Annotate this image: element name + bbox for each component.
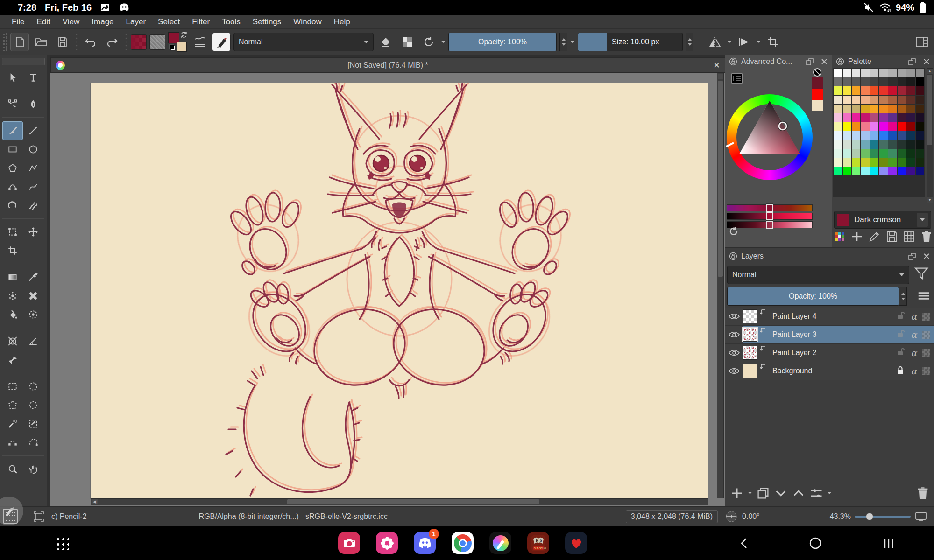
- palette-swatch[interactable]: [898, 96, 906, 104]
- palette-swatch[interactable]: [861, 86, 870, 95]
- palette-swatch[interactable]: [852, 86, 860, 95]
- tool-polygon-select[interactable]: [2, 396, 23, 414]
- tool-freehand-brush[interactable]: [2, 121, 23, 140]
- tool-crop[interactable]: [2, 241, 23, 260]
- palette-swatch[interactable]: [888, 69, 897, 77]
- tool-transform-select[interactable]: [2, 68, 23, 87]
- palette-swatch[interactable]: [879, 158, 888, 167]
- alpha-lock-icon[interactable]: α: [911, 329, 917, 340]
- shade-strip[interactable]: [727, 204, 813, 211]
- palette-swatch[interactable]: [852, 149, 860, 158]
- palette-swatch[interactable]: [870, 140, 878, 149]
- menu-layer[interactable]: Layer: [120, 17, 152, 27]
- palette-swatch[interactable]: [888, 167, 897, 175]
- palette-swatch[interactable]: [879, 105, 888, 113]
- tool-pan[interactable]: [23, 460, 43, 478]
- tool-fill[interactable]: [2, 305, 23, 324]
- palette-view-icon[interactable]: [903, 231, 915, 243]
- palette-swatch[interactable]: [843, 77, 851, 86]
- lock-docker-icon[interactable]: [729, 57, 737, 66]
- canvas[interactable]: [91, 83, 708, 498]
- opacity-slider[interactable]: Opacity: 100%: [448, 33, 557, 51]
- layer-locked-icon[interactable]: [896, 365, 905, 377]
- palette-swatch[interactable]: [852, 140, 860, 149]
- tool-calligraphy[interactable]: [23, 95, 43, 113]
- toolbar-drag-handle[interactable]: [3, 33, 7, 51]
- palette-swatch[interactable]: [870, 131, 878, 140]
- tool-smart-patch[interactable]: [23, 287, 43, 305]
- layer-visibility-toggle[interactable]: [725, 330, 743, 339]
- move-layer-up-icon[interactable]: [792, 486, 806, 500]
- redo-button[interactable]: [103, 33, 121, 51]
- docker-splitter-handle[interactable]: [819, 249, 841, 251]
- palette-swatch[interactable]: [870, 96, 878, 104]
- palette-swatch[interactable]: [834, 149, 842, 158]
- add-color-icon[interactable]: [851, 231, 863, 243]
- palette-scrollbar[interactable]: ▲▼: [927, 68, 933, 203]
- save-palette-icon[interactable]: [886, 231, 898, 243]
- undo-button[interactable]: [81, 33, 100, 51]
- alpha-lock-icon[interactable]: α: [911, 311, 917, 322]
- duplicate-layer-icon[interactable]: [756, 486, 770, 500]
- palette-swatch[interactable]: [879, 96, 888, 104]
- palette-swatch[interactable]: [852, 77, 860, 86]
- zoom-fit-icon[interactable]: [33, 511, 45, 523]
- history-swatch[interactable]: [812, 100, 823, 111]
- palette-swatch[interactable]: [861, 105, 870, 113]
- chevron-down-icon[interactable]: [728, 41, 731, 42]
- palette-swatch[interactable]: [879, 113, 888, 122]
- palette-swatch[interactable]: [861, 77, 870, 86]
- palette-swatch[interactable]: [888, 96, 897, 104]
- tool-polygon[interactable]: [2, 159, 23, 177]
- app-gallery[interactable]: [376, 532, 398, 554]
- palette-swatch[interactable]: [879, 77, 888, 86]
- reload-original-preset-button[interactable]: [419, 33, 438, 51]
- palette-swatch[interactable]: [843, 69, 851, 77]
- tool-transform[interactable]: [2, 223, 23, 241]
- menu-tools[interactable]: Tools: [216, 17, 247, 27]
- tool-rect-select[interactable]: [2, 377, 23, 396]
- tool-ellipse-select[interactable]: [23, 377, 43, 396]
- opacity-spinner[interactable]: [559, 33, 567, 51]
- color-wheel[interactable]: [727, 94, 813, 180]
- palette-swatch[interactable]: [843, 167, 851, 175]
- add-layer-icon[interactable]: [730, 486, 744, 500]
- tool-bezier-select[interactable]: [2, 433, 23, 452]
- brush-preset-name[interactable]: c) Pencil-2: [51, 512, 87, 521]
- lock-docker-icon[interactable]: [729, 252, 737, 260]
- palette-swatch[interactable]: [898, 69, 906, 77]
- tool-line[interactable]: [23, 121, 43, 140]
- wrap-around-mode-button[interactable]: [735, 33, 753, 51]
- layer-unlocked-icon[interactable]: [896, 347, 905, 358]
- chevron-down-icon[interactable]: [828, 492, 831, 494]
- layer-row[interactable]: Backgroundα: [725, 362, 934, 380]
- palette-swatch[interactable]: [861, 96, 870, 104]
- palette-swatch[interactable]: [906, 158, 915, 167]
- brush-preset-button[interactable]: [212, 33, 231, 51]
- palette-swatch[interactable]: [852, 158, 860, 167]
- menu-settings[interactable]: Settings: [247, 17, 287, 27]
- palette-swatch[interactable]: [916, 77, 924, 86]
- tool-bezier-curve[interactable]: [2, 177, 23, 196]
- inherit-alpha-icon[interactable]: [922, 331, 930, 339]
- palette-swatch[interactable]: [834, 122, 842, 131]
- layer-options-icon[interactable]: [916, 289, 931, 303]
- palette-swatch[interactable]: [879, 122, 888, 131]
- layer-visibility-toggle[interactable]: [725, 367, 743, 375]
- tool-edit-shapes[interactable]: [2, 95, 23, 113]
- tool-move[interactable]: [23, 223, 43, 241]
- palette-swatch[interactable]: [906, 140, 915, 149]
- palette-swatch[interactable]: [843, 86, 851, 95]
- palette-swatch[interactable]: [898, 167, 906, 175]
- palette-swatch[interactable]: [834, 167, 842, 175]
- canvas-area[interactable]: ◀: [50, 73, 725, 506]
- canvas-rotation-icon[interactable]: [724, 510, 738, 524]
- pattern-chooser[interactable]: [149, 34, 165, 50]
- palette-swatch[interactable]: [843, 131, 851, 140]
- history-swatch[interactable]: [812, 89, 823, 100]
- tool-freehand-path[interactable]: [23, 177, 43, 196]
- tool-enclose-fill[interactable]: [23, 305, 43, 324]
- tool-reference-images[interactable]: [2, 350, 23, 369]
- palette-swatch[interactable]: [870, 167, 878, 175]
- chevron-down-icon[interactable]: [571, 41, 574, 43]
